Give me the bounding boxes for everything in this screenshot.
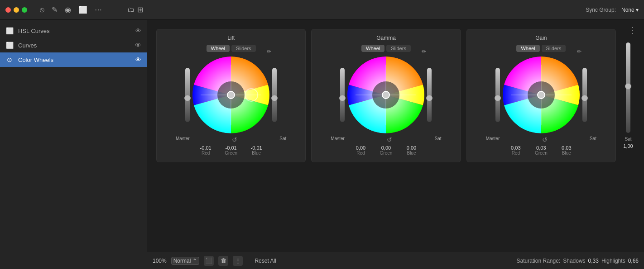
global-sat-panel: Sat 1,00 [621, 29, 635, 149]
hsl-curves-eye-icon[interactable]: 👁 [135, 27, 141, 34]
gain-tabs: Wheel Sliders [516, 45, 566, 52]
gain-red-value: 0,03 Red [508, 145, 524, 156]
gain-tab-sliders[interactable]: Sliders [542, 45, 566, 52]
color-wheel-icon[interactable]: ◉ [65, 5, 71, 14]
node-editor-icon[interactable]: ⎋ [40, 6, 44, 14]
gain-wheel-body: ✏ [472, 57, 610, 133]
lift-master-slider[interactable] [185, 68, 190, 122]
monitor-icon[interactable]: ⬜ [78, 5, 87, 14]
b-w-toggle[interactable]: ⬛ [204, 256, 214, 266]
minimize-button[interactable] [14, 7, 19, 13]
gamma-master-label: Master [331, 136, 345, 145]
more-options-icon[interactable]: ⋮ [233, 256, 243, 266]
lift-tab-wheel[interactable]: Wheel [207, 45, 230, 52]
shadows-value: 0,33 [588, 258, 599, 264]
lift-reset-icon[interactable]: ↺ [232, 136, 237, 143]
panel-more-icon[interactable]: ⋮ [629, 25, 637, 35]
curves-eye-icon[interactable]: 👁 [135, 42, 141, 49]
lift-master-label: Master [176, 136, 190, 145]
sidebar: ⬜ HSL Curves 👁 ⬜ Curves 👁 ⊙ Color Wheels… [0, 20, 147, 269]
gain-title: Gain [535, 35, 547, 41]
svg-point-12 [382, 91, 389, 99]
gain-blue-value: 0,03 Blue [558, 145, 575, 156]
gain-master-slider[interactable] [495, 68, 500, 122]
folder-icon[interactable]: 🗂 [127, 6, 135, 14]
edit-icon[interactable]: ✎ [52, 5, 58, 14]
lift-pencil-icon[interactable]: ✏ [267, 48, 271, 55]
saturation-range-label: Saturation Range: [516, 258, 560, 264]
hsl-curves-icon: ⬜ [5, 27, 14, 34]
sync-group-value[interactable]: None ▾ [621, 7, 639, 13]
blend-mode-dropdown[interactable]: Normal ⌃ [171, 257, 200, 265]
gain-sat-label: Sat [590, 136, 596, 145]
content-area: ⋮ Lift Wheel Sliders [147, 20, 644, 269]
gain-tab-wheel[interactable]: Wheel [516, 45, 539, 52]
gain-green-value: 0,03 Green [533, 145, 549, 156]
more-icon[interactable]: ⋯ [95, 5, 102, 14]
sidebar-item-curves[interactable]: ⬜ Curves 👁 [0, 38, 147, 52]
delete-icon[interactable]: 🗑 [218, 256, 228, 266]
gamma-sat-slider[interactable] [427, 68, 432, 122]
close-button[interactable] [5, 7, 11, 13]
gamma-panel: Gamma Wheel Sliders [311, 29, 461, 162]
lift-green-value: -0,01 Green [223, 145, 239, 156]
gain-sat-slider[interactable] [582, 68, 587, 122]
sync-group-label: Sync Group: [586, 7, 616, 13]
gain-panel: Gain Wheel Sliders [466, 29, 616, 162]
curves-label: Curves [18, 42, 130, 49]
curves-icon: ⬜ [5, 42, 14, 49]
hsl-curves-label: HSL Curves [18, 28, 130, 34]
gamma-wheel-body: ✏ [317, 57, 455, 133]
gamma-reset-icon[interactable]: ↺ [387, 136, 392, 143]
gain-color-wheel-container[interactable]: ✏ [503, 57, 580, 133]
gamma-tab-sliders[interactable]: Sliders [386, 45, 411, 52]
gamma-panel-bottom: Master ↺ Sat 0,00 Red 0,00 Green [317, 136, 455, 156]
gain-values-row: 0,03 Red 0,03 Green 0,03 Blue [508, 145, 575, 156]
main-layout: ⬜ HSL Curves 👁 ⬜ Curves 👁 ⊙ Color Wheels… [0, 20, 644, 269]
lift-sat-slider[interactable] [272, 68, 277, 122]
gain-pencil-icon[interactable]: ✏ [577, 48, 582, 55]
color-wheels-label: Color Wheels [18, 57, 130, 63]
color-wheels-icon: ⊙ [5, 56, 14, 63]
gamma-color-wheel-container[interactable]: ✏ [347, 57, 424, 133]
gamma-tab-wheel[interactable]: Wheel [361, 45, 384, 52]
lift-red-value: -0,01 Red [197, 145, 214, 156]
lift-panel-bottom: Master ↺ Sat -0,01 Red -0,01 Green [162, 136, 300, 156]
gamma-title: Gamma [376, 35, 396, 41]
lift-panel: Lift Wheel Sliders [156, 29, 306, 162]
lift-values-row: -0,01 Red -0,01 Green -0,01 Blue [197, 145, 264, 156]
grid-icon[interactable]: ⊞ [137, 5, 143, 14]
panels-container: ⋮ Lift Wheel Sliders [147, 20, 644, 252]
gain-reset-icon[interactable]: ↺ [542, 136, 548, 143]
lift-sat-label: Sat [279, 136, 286, 145]
gamma-blue-value: 0,00 Blue [403, 145, 419, 156]
gamma-pencil-icon[interactable]: ✏ [422, 48, 426, 55]
reset-all-button[interactable]: Reset All [255, 258, 276, 264]
color-wheels-eye-icon[interactable]: 👁 [135, 56, 141, 63]
gamma-values-row: 0,00 Red 0,00 Green 0,00 Blue [352, 145, 419, 156]
lift-title: Lift [227, 35, 235, 41]
lift-tab-sliders[interactable]: Sliders [231, 45, 256, 52]
global-sat-value: 1,00 [623, 143, 633, 149]
lift-tabs: Wheel Sliders [207, 45, 256, 52]
blend-mode-chevron: ⌃ [192, 258, 197, 264]
gamma-green-value: 0,00 Green [378, 145, 394, 156]
highlights-label: Highlights [601, 258, 625, 264]
view-group-icons: 🗂 ⊞ [127, 5, 143, 14]
svg-point-18 [538, 91, 545, 99]
gamma-tabs: Wheel Sliders [361, 45, 411, 52]
sidebar-item-hsl-curves[interactable]: ⬜ HSL Curves 👁 [0, 24, 147, 38]
global-sat-label: Sat [625, 137, 631, 142]
lift-blue-value: -0,01 Blue [248, 145, 264, 156]
gain-master-label: Master [486, 136, 500, 145]
saturation-range: Saturation Range: Shadows 0,33 Highlight… [516, 258, 639, 264]
lift-color-wheel-container[interactable]: ✏ [192, 57, 269, 133]
titlebar-tools: ⎋ ✎ ◉ ⬜ ⋯ [40, 5, 102, 14]
gain-panel-bottom: Master ↺ Sat 0,03 Red 0,03 Green [472, 136, 610, 156]
maximize-button[interactable] [22, 7, 27, 13]
sidebar-item-color-wheels[interactable]: ⊙ Color Wheels 👁 [0, 52, 147, 67]
traffic-lights [5, 7, 27, 13]
gamma-master-slider[interactable] [340, 68, 345, 122]
highlights-value: 0,66 [628, 258, 639, 264]
global-sat-slider[interactable] [626, 42, 630, 133]
